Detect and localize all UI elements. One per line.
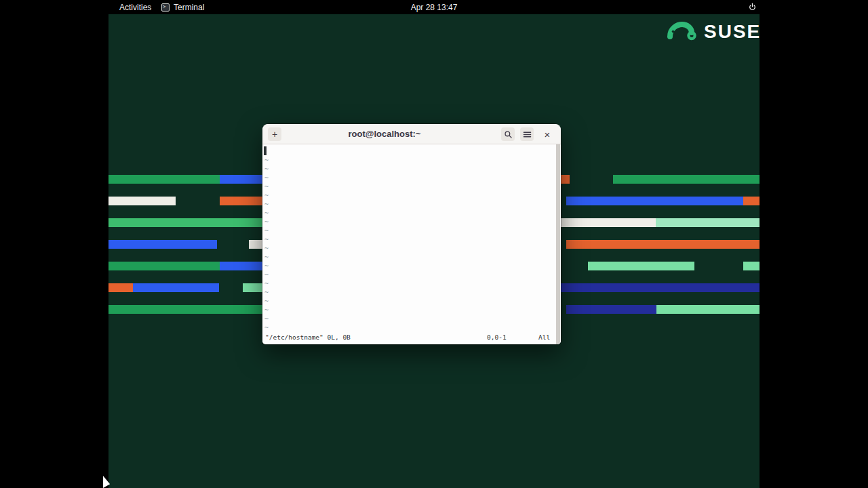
vim-statusline: "/etc/hostname" 0L, 0B 0,0-1 All: [262, 333, 561, 341]
wallpaper-bar: [220, 175, 263, 184]
vim-tilde: ~: [264, 253, 269, 262]
vim-tilde: ~: [264, 270, 269, 279]
power-icon: [748, 3, 757, 12]
app-menu-label: Terminal: [174, 3, 204, 12]
wallpaper-bar: [566, 240, 760, 249]
clock-button[interactable]: Apr 28 13:47: [411, 0, 458, 14]
wallpaper-bar: [566, 197, 743, 205]
vim-tilde: ~: [264, 191, 269, 200]
suse-chameleon-icon: [667, 21, 698, 43]
wallpaper-bar: [108, 305, 263, 314]
wallpaper-bar: [560, 283, 760, 292]
wallpaper-bar: [743, 262, 760, 270]
terminal-icon: >: [161, 3, 170, 12]
vim-tilde: ~: [264, 209, 269, 218]
window-title: root@localhost:~: [290, 124, 479, 144]
wallpaper-bar: [249, 240, 263, 249]
wallpaper-bar: [588, 262, 694, 270]
search-button[interactable]: [501, 127, 515, 141]
wallpaper-bar: [220, 197, 263, 205]
wallpaper-bar: [566, 305, 656, 314]
activities-button[interactable]: Activities: [119, 0, 151, 14]
vim-tilde: ~: [264, 262, 269, 270]
wallpaper-bar: [108, 218, 263, 227]
vim-status-position: 0,0-1: [487, 333, 507, 341]
system-menu-button[interactable]: [748, 0, 757, 14]
top-bar: Activities > Terminal Apr 28 13:47: [0, 0, 868, 14]
terminal-cursor: [264, 146, 267, 155]
vim-tilde: ~: [264, 288, 269, 297]
vim-tilde: ~: [264, 165, 269, 174]
vim-tilde: ~: [264, 244, 269, 253]
magnifier-icon: [504, 130, 513, 139]
terminal-window: + root@localhost:~ × ~~~~~~~~~~~~~~~~~~~…: [262, 124, 561, 344]
vim-status-scroll: All: [538, 333, 550, 341]
new-tab-button[interactable]: +: [268, 127, 281, 141]
vim-tilde: ~: [264, 174, 269, 182]
menu-button[interactable]: [520, 127, 534, 141]
vim-tilde: ~: [264, 156, 269, 165]
screen: SUSE Activities > Terminal Apr 28 13:47 …: [0, 0, 868, 488]
terminal-screen[interactable]: ~~~~~~~~~~~~~~~~~~~~ "/etc/hostname" 0L,…: [262, 144, 561, 344]
vim-tilde: ~: [264, 218, 269, 226]
wallpaper-bar: [108, 262, 220, 270]
vim-tilde: ~: [264, 182, 269, 191]
vim-tilde: ~: [264, 306, 269, 314]
vim-tilde: ~: [264, 200, 269, 209]
wallpaper-bar: [108, 175, 220, 184]
wallpaper-bar: [108, 283, 133, 292]
wallpaper-bar: [656, 305, 760, 314]
wallpaper-bar: [220, 262, 263, 270]
vim-tilde: ~: [264, 323, 269, 332]
wallpaper-bar: [560, 218, 656, 227]
suse-logo: SUSE: [667, 21, 761, 43]
wallpaper-bar: [743, 197, 760, 205]
close-button[interactable]: ×: [540, 127, 554, 141]
wallpaper-bar: [108, 197, 176, 205]
terminal-titlebar[interactable]: + root@localhost:~ ×: [262, 124, 561, 144]
suse-logo-text: SUSE: [704, 22, 761, 41]
wallpaper-bar: [613, 175, 760, 184]
wallpaper-bar: [560, 175, 570, 184]
wallpaper-bar: [656, 218, 760, 227]
hamburger-icon: [523, 130, 532, 139]
vim-tilde: ~: [264, 235, 269, 244]
vim-tilde-column: ~~~~~~~~~~~~~~~~~~~~: [264, 156, 269, 332]
vim-tilde: ~: [264, 279, 269, 288]
terminal-scrollbar[interactable]: [556, 144, 560, 344]
wallpaper-bar: [108, 240, 217, 249]
vim-tilde: ~: [264, 314, 269, 323]
vim-status-file: "/etc/hostname" 0L, 0B: [265, 333, 351, 341]
wallpaper-bar: [133, 283, 219, 292]
wallpaper-bar: [243, 283, 263, 292]
vim-tilde: ~: [264, 297, 269, 306]
vim-tilde: ~: [264, 226, 269, 235]
app-menu-button[interactable]: > Terminal: [161, 0, 204, 14]
